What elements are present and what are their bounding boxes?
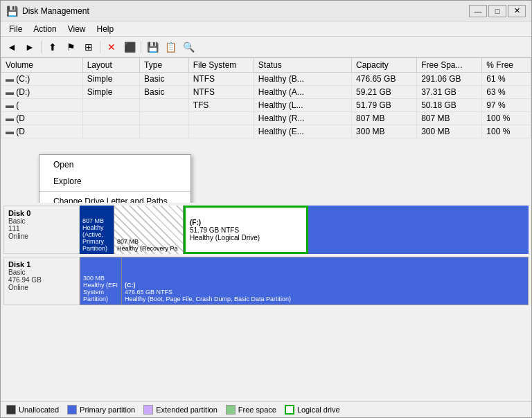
disk0-logical-size: 51.79 GB NTFS	[190, 226, 302, 234]
title-bar: 💾 Disk Management — □ ✕	[1, 1, 531, 21]
cell-type	[140, 125, 189, 138]
col-status: Status	[254, 58, 351, 73]
cell-volume: ▬ (D	[1, 112, 83, 125]
minimize-button[interactable]: —	[469, 5, 487, 17]
flag-button[interactable]: ⚑	[62, 39, 79, 55]
cell-pct: 97 %	[482, 99, 531, 112]
legend: Unallocated Primary partition Extended p…	[1, 401, 531, 417]
block-button[interactable]: ⬛	[121, 39, 138, 55]
disk1-c-status: Healthy (Boot, Page File, Crash Dump, Ba…	[125, 296, 525, 302]
col-layout: Layout	[82, 58, 139, 73]
cell-volume: ▬ (	[1, 99, 83, 112]
disk0-logical-status: Healthy (Logical Drive)	[190, 234, 302, 242]
cell-fs: NTFS	[188, 86, 254, 99]
cell-volume: ▬ (C:)	[1, 73, 83, 86]
ctx-open[interactable]: Open	[39, 156, 190, 173]
cell-layout	[82, 125, 139, 138]
volume-table-section: Volume Layout Type File System Status Ca…	[1, 57, 531, 203]
maximize-button[interactable]: □	[488, 5, 506, 17]
table-row[interactable]: ▬ ( TFS Healthy (L... 51.79 GB 50.18 GB …	[1, 99, 531, 112]
delete-button[interactable]: ✕	[103, 39, 120, 55]
cell-status: Healthy (R...	[254, 112, 351, 125]
col-capacity: Capacity	[352, 58, 417, 73]
cell-layout	[82, 99, 139, 112]
legend-box-unalloc	[6, 405, 16, 415]
forward-button[interactable]: ►	[21, 39, 38, 55]
cell-type	[140, 112, 189, 125]
disk1-efi-size: 300 MB	[83, 275, 118, 282]
menu-help[interactable]: Help	[91, 23, 120, 35]
disk0-boot-status: Healthy (Active, Primary Partition)	[82, 224, 111, 252]
table-row[interactable]: ▬ (C:) Simple Basic NTFS Healthy (B... 4…	[1, 73, 531, 86]
cell-layout: Simple	[82, 86, 139, 99]
cell-pct: 100 %	[482, 112, 531, 125]
legend-primary: Primary partition	[67, 405, 135, 415]
cell-pct: 61 %	[482, 73, 531, 86]
disk0-type: Basic	[8, 217, 75, 225]
menu-bar: File Action View Help	[1, 21, 531, 37]
ctx-explore[interactable]: Explore	[39, 173, 190, 190]
legend-label-unalloc: Unallocated	[19, 406, 59, 414]
col-filesystem: File System	[188, 58, 254, 73]
disk1-c-size: 476.65 GB NTFS	[125, 289, 525, 296]
app-icon: 💾	[6, 6, 18, 17]
legend-box-extended	[143, 405, 153, 415]
table-row[interactable]: ▬ (D Healthy (E... 300 MB 300 MB 100 %	[1, 125, 531, 138]
table-row[interactable]: ▬ (D:) Simple Basic NTFS Healthy (A... 5…	[1, 86, 531, 99]
disk0-logical-partition[interactable]: (F:) 51.79 GB NTFS Healthy (Logical Driv…	[184, 206, 308, 254]
disk1-c-partition[interactable]: (C:) 476.65 GB NTFS Healthy (Boot, Page …	[122, 257, 528, 305]
back-button[interactable]: ◄	[3, 39, 20, 55]
grid-button[interactable]: ⊞	[80, 39, 97, 55]
copy-button[interactable]: 📋	[162, 39, 179, 55]
disk0-recovery-status: Healthy (Recovery Pa	[117, 245, 180, 252]
cell-status: Healthy (L...	[254, 99, 351, 112]
disk-visual-section: Disk 0 Basic 111 Online 807 MB Healthy (…	[1, 203, 531, 401]
disk0-row: Disk 0 Basic 111 Online 807 MB Healthy (…	[3, 206, 529, 254]
legend-box-free	[226, 405, 236, 415]
table-row[interactable]: ▬ (D Healthy (R... 807 MB 807 MB 100 %	[1, 112, 531, 125]
ctx-sep-1	[39, 191, 190, 192]
toolbar-separator-1	[41, 41, 42, 53]
cell-capacity: 300 MB	[352, 125, 417, 138]
legend-unallocated: Unallocated	[6, 405, 59, 415]
main-content: Volume Layout Type File System Status Ca…	[1, 57, 531, 417]
up-button[interactable]: ⬆	[44, 39, 61, 55]
cell-type: Basic	[140, 86, 189, 99]
menu-file[interactable]: File	[3, 23, 28, 35]
title-bar-left: 💾 Disk Management	[6, 6, 89, 17]
cell-fs	[188, 125, 254, 138]
save-button[interactable]: 💾	[144, 39, 161, 55]
cell-capacity: 51.79 GB	[352, 99, 417, 112]
search-button[interactable]: 🔍	[180, 39, 197, 55]
col-pctfree: % Free	[482, 58, 531, 73]
cell-capacity: 476.65 GB	[352, 73, 417, 86]
cell-layout: Simple	[82, 73, 139, 86]
disk0-recovery-size: 807 MB	[117, 238, 180, 245]
legend-label-free: Free space	[238, 406, 276, 414]
toolbar-separator-2	[100, 41, 100, 53]
close-button[interactable]: ✕	[508, 5, 526, 17]
disk1-row: Disk 1 Basic 476.94 GB Online 300 MB Hea…	[3, 257, 529, 305]
menu-view[interactable]: View	[62, 23, 91, 35]
col-volume: Volume	[1, 58, 83, 73]
legend-box-primary	[67, 405, 77, 415]
disk0-boot-partition[interactable]: 807 MB Healthy (Active, Primary Partitio…	[80, 206, 114, 254]
cell-free: 807 MB	[417, 112, 482, 125]
disk0-rest-partition[interactable]	[308, 206, 529, 254]
cell-pct: 63 %	[482, 86, 531, 99]
window-title: Disk Management	[22, 6, 89, 16]
context-menu: Open Explore Change Drive Letter and Pat…	[39, 154, 191, 203]
cell-free: 291.06 GB	[417, 73, 482, 86]
toolbar-separator-3	[141, 41, 141, 53]
legend-label-extended: Extended partition	[156, 406, 218, 414]
disk1-c-label: (C:)	[125, 282, 525, 289]
menu-action[interactable]: Action	[28, 23, 62, 35]
disk1-efi-partition[interactable]: 300 MB Healthy (EFI System Partition)	[80, 257, 122, 305]
ctx-change-letter[interactable]: Change Drive Letter and Paths...	[39, 193, 190, 203]
cell-type: Basic	[140, 73, 189, 86]
disk0-label: Disk 0 Basic 111 Online	[3, 206, 80, 254]
disk1-partitions: 300 MB Healthy (EFI System Partition) (C…	[80, 257, 529, 305]
cell-layout	[82, 112, 139, 125]
cell-free: 300 MB	[417, 125, 482, 138]
disk0-recovery-partition[interactable]: 807 MB Healthy (Recovery Pa	[114, 206, 184, 254]
